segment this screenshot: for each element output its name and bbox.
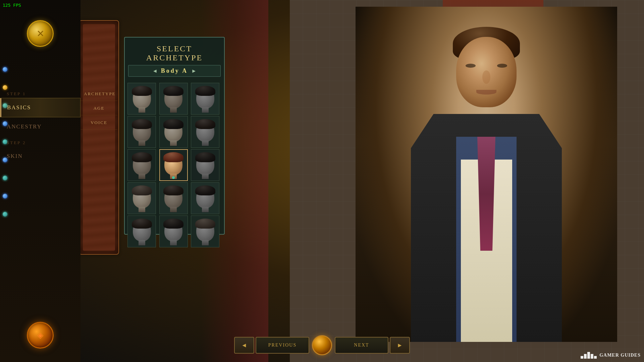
bar-1: [581, 356, 583, 359]
subtitle-arrow-right[interactable]: ►: [191, 68, 197, 74]
portrait-grid: [125, 80, 224, 248]
fps-counter: 125 FPS: [3, 3, 21, 8]
sub-menu-archetype[interactable]: Archetype: [80, 87, 117, 101]
portrait-11[interactable]: [159, 182, 188, 214]
bar-4: [591, 354, 593, 359]
bottom-nav: ◄ Previous Next ►: [234, 335, 410, 355]
nav-dot-8[interactable]: [3, 194, 7, 198]
panel-header: Select Archetype ◄ Body A ►: [125, 38, 224, 80]
next-label: Next: [354, 343, 369, 348]
character-figure: [356, 7, 617, 342]
portrait-10[interactable]: [127, 182, 156, 214]
step2-divider: Step 2: [0, 136, 80, 147]
portrait-14[interactable]: [159, 216, 188, 247]
sub-menu-age[interactable]: Age: [80, 102, 117, 115]
bar-2: [584, 354, 587, 359]
watermark-icon: [581, 352, 597, 359]
nav-dot-1[interactable]: [3, 67, 7, 72]
portrait-12[interactable]: [191, 182, 219, 214]
portrait-2[interactable]: [159, 83, 188, 115]
left-arrow-icon: ◄: [241, 342, 247, 349]
wood-panel: [79, 20, 119, 255]
watermark: GAMER GUIDES: [581, 352, 641, 359]
watermark-bars: [581, 352, 597, 359]
step1-divider: Step 1: [0, 87, 80, 98]
character-portrait: [356, 7, 617, 342]
portrait-13[interactable]: [127, 216, 156, 247]
bar-3: [587, 352, 590, 359]
portrait-3[interactable]: [191, 83, 219, 115]
portrait-8[interactable]: [159, 149, 188, 181]
subtitle-arrow-left[interactable]: ◄: [152, 68, 158, 74]
top-orb[interactable]: ✕: [27, 20, 54, 47]
nav-center-orb[interactable]: [312, 335, 332, 355]
selection-panel: Select Archetype ◄ Body A ►: [124, 37, 225, 235]
sub-menu-voice[interactable]: Voice: [80, 116, 117, 130]
wood-panel-inner: [83, 24, 115, 251]
menu-items: Step 1 Basics Ancestry Step 2 Skin: [0, 87, 80, 166]
sidebar-item-skin[interactable]: Skin: [0, 147, 80, 166]
portrait-9[interactable]: [191, 149, 219, 181]
portrait-4[interactable]: [127, 116, 156, 148]
portrait-15[interactable]: [191, 216, 219, 247]
nav-dot-7[interactable]: [3, 176, 7, 180]
portrait-6[interactable]: [191, 116, 219, 148]
bottom-orb[interactable]: ◈: [27, 322, 54, 349]
portrait-1[interactable]: [127, 83, 156, 115]
watermark-text: GAMER GUIDES: [599, 353, 641, 358]
bottom-orb-icon: ◈: [37, 330, 43, 340]
portrait-7[interactable]: [127, 149, 156, 181]
right-arrow-icon: ►: [397, 342, 403, 349]
bar-5: [594, 356, 597, 359]
panel-title: Select Archetype: [128, 44, 221, 62]
nav-next-button[interactable]: Next: [335, 337, 388, 354]
portrait-5[interactable]: [159, 116, 188, 148]
panel-subtitle-bar: ◄ Body A ►: [128, 65, 221, 77]
previous-label: Previous: [268, 343, 297, 348]
nav-right-arrow-btn[interactable]: ►: [390, 337, 410, 354]
nav-dot-9[interactable]: [3, 212, 7, 217]
nav-previous-button[interactable]: Previous: [256, 337, 309, 354]
sidebar-item-ancestry[interactable]: Ancestry: [0, 117, 80, 136]
sidebar-item-basics[interactable]: Basics: [0, 98, 80, 117]
left-sidebar: ✕ Step 1 Basics Ancestry Step 2 Skin ◈: [0, 0, 80, 362]
panel-subtitle: Body A: [161, 67, 188, 74]
orb-symbol: ✕: [37, 28, 44, 39]
nav-left-arrow-btn[interactable]: ◄: [234, 337, 254, 354]
sub-menu: Archetype Age Voice: [80, 87, 117, 130]
